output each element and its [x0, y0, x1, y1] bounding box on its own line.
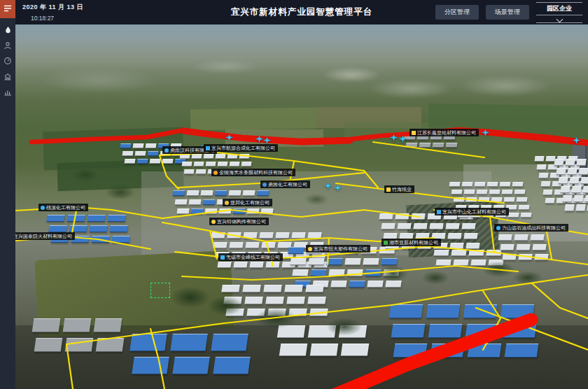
gauge-icon [4, 57, 12, 65]
company-label-text: 无锡市金峰线工有限公司 [226, 255, 280, 260]
company-label[interactable]: 潮市亚新材料有限公司 [382, 239, 441, 246]
sidebar-item-user[interactable] [0, 38, 15, 53]
sidebar-item-factory[interactable] [0, 69, 15, 84]
roads-layer [15, 24, 588, 389]
company-poi-icon [412, 131, 416, 135]
company-label[interactable]: 无锡市金峰线工有限公司 [218, 253, 283, 261]
company-poi-icon [214, 171, 218, 175]
company-label-text: 亚邦化工有限公司 [230, 200, 270, 205]
company-poi-icon [384, 241, 388, 245]
company-label-text: 竹海纸业 [392, 187, 412, 192]
company-poi-icon [206, 146, 210, 150]
current-date: 2020 年 11 月 13 日 [22, 3, 83, 12]
sidebar-item-gauge[interactable] [0, 53, 15, 69]
aircraft-marker[interactable] [324, 180, 332, 192]
company-label[interactable]: 江苏长鑫亚纶材料有限公司 [410, 129, 479, 136]
company-label-text: 宜兴国泰防火材料有限公司 [15, 234, 72, 239]
company-label-text: 潮市亚新材料有限公司 [389, 240, 438, 245]
company-poi-icon [220, 255, 225, 260]
company-poi-icon [262, 183, 267, 187]
company-label[interactable]: 竹海纸业 [384, 185, 414, 193]
map-viewport[interactable]: 鼎南汉科技有限公司宜兴市凯源合成化工有限公司金陵海天水务膜材料科技有限公司鼎固化… [15, 24, 588, 389]
company-label-text: 鼎固化工有限公司 [268, 182, 307, 187]
selection-box[interactable] [150, 283, 170, 298]
topbar-actions: 分区管理 场景管理 园区企业 [435, 0, 582, 24]
aircraft-marker[interactable] [334, 182, 342, 194]
company-poi-icon [41, 206, 45, 210]
scene-management-button[interactable]: 场景管理 [486, 5, 529, 20]
topbar: 2020 年 11 月 13 日 10:18:27 宜兴市新材料产业园智慧管理平… [15, 0, 588, 24]
company-poi-icon [211, 220, 216, 224]
company-label-text: 宜兴市凯源合成化工有限公司 [211, 146, 275, 150]
park-enterprise-label: 园区企业 [536, 4, 582, 15]
company-label[interactable]: 桃溪化工有限公司 [38, 204, 88, 211]
company-poi-icon [225, 201, 229, 205]
company-label[interactable]: 亚邦化工有限公司 [223, 199, 272, 206]
sidebar [0, 0, 15, 389]
app-root: { "header": { "date": "2020 年 11 月 13 日"… [0, 0, 588, 389]
company-label[interactable]: 鼎固化工有限公司 [260, 181, 310, 188]
datetime: 2020 年 11 月 13 日 10:18:27 [22, 3, 83, 22]
company-poi-icon [496, 226, 500, 230]
company-label[interactable]: 宜兴特钢构件有限公司 [209, 218, 269, 225]
aircraft-marker[interactable] [482, 127, 489, 139]
company-label[interactable]: 宜兴市中山化工材料有限公司 [435, 208, 509, 215]
company-label-text: 桃溪化工有限公司 [46, 205, 85, 210]
company-poi-icon [308, 247, 312, 251]
current-time: 10:18:27 [31, 15, 83, 22]
sidebar-item-bar-chart[interactable] [0, 84, 15, 99]
company-poi-icon [386, 188, 391, 192]
user-icon [4, 41, 12, 50]
park-enterprise-dropdown[interactable]: 园区企业 [536, 2, 582, 23]
company-label-text: 江苏长鑫亚纶材料有限公司 [417, 130, 476, 135]
aircraft-marker[interactable] [399, 133, 407, 146]
company-label[interactable]: 宜兴市恒大塑件有限公司 [306, 245, 370, 253]
aircraft-marker[interactable] [390, 132, 398, 144]
company-label-text: 金陵海天水务膜材料科技有限公司 [219, 170, 293, 175]
bar-chart-icon [4, 87, 12, 96]
company-label-text: 宜兴市中山化工材料有限公司 [442, 209, 506, 214]
company-label-text: 宜兴市恒大塑件有限公司 [314, 246, 368, 251]
aircraft-marker[interactable] [573, 134, 580, 147]
sidebar-item-fire[interactable] [0, 22, 15, 38]
menu-toggle-button[interactable] [0, 0, 15, 18]
aircraft-marker[interactable] [225, 132, 233, 144]
company-poi-icon [164, 148, 169, 153]
company-label[interactable]: 力山远石油成品科技有限公司 [494, 224, 568, 232]
company-label[interactable]: 金陵海天水务膜材料科技有限公司 [211, 169, 295, 176]
company-label-text: 宜兴特钢构件有限公司 [217, 219, 266, 224]
company-label-text: 力山远石油成品科技有限公司 [502, 225, 566, 230]
zone-management-button[interactable]: 分区管理 [435, 5, 479, 20]
fire-icon [4, 26, 12, 34]
hamburger-icon [4, 3, 12, 15]
chevron-down-icon [556, 15, 563, 22]
factory-icon [4, 72, 12, 80]
company-poi-icon [437, 210, 441, 214]
company-label[interactable]: 宜兴市凯源合成化工有限公司 [204, 144, 278, 152]
company-label[interactable]: 宜兴国泰防火材料有限公司 [15, 232, 75, 240]
